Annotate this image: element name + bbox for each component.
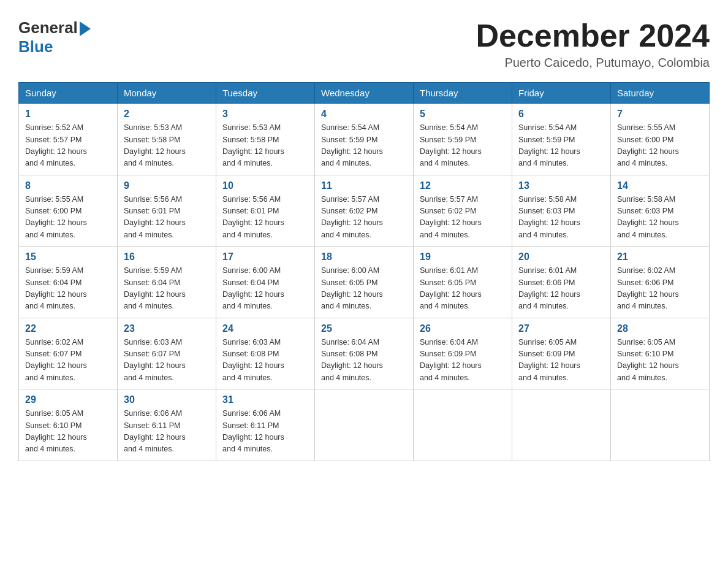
calendar-cell [315,389,414,461]
week-row-1: 1Sunrise: 5:52 AMSunset: 5:57 PMDaylight… [19,104,710,175]
day-number: 24 [222,323,308,334]
page-header: General Blue December 2024 Puerto Caiced… [18,18,710,70]
day-info: Sunrise: 6:01 AMSunset: 6:06 PMDaylight:… [518,265,604,313]
day-number: 9 [124,180,210,191]
day-number: 29 [25,394,111,405]
day-number: 17 [222,251,308,262]
day-number: 25 [321,323,407,334]
day-info: Sunrise: 5:52 AMSunset: 5:57 PMDaylight:… [25,122,111,170]
day-number: 12 [420,180,506,191]
day-info: Sunrise: 5:58 AMSunset: 6:03 PMDaylight:… [518,194,604,242]
day-number: 15 [25,251,111,262]
calendar-table: SundayMondayTuesdayWednesdayThursdayFrid… [18,82,710,461]
day-number: 5 [420,109,506,120]
day-number: 11 [321,180,407,191]
weekday-header-tuesday: Tuesday [216,83,315,104]
logo: General Blue [18,18,91,56]
day-number: 16 [124,251,210,262]
week-row-3: 15Sunrise: 5:59 AMSunset: 6:04 PMDayligh… [19,247,710,318]
calendar-cell: 13Sunrise: 5:58 AMSunset: 6:03 PMDayligh… [512,175,611,247]
calendar-cell: 18Sunrise: 6:00 AMSunset: 6:05 PMDayligh… [315,247,414,318]
calendar-cell: 30Sunrise: 6:06 AMSunset: 6:11 PMDayligh… [118,389,216,461]
calendar-cell: 8Sunrise: 5:55 AMSunset: 6:00 PMDaylight… [19,175,118,247]
weekday-header-row: SundayMondayTuesdayWednesdayThursdayFrid… [19,83,710,104]
day-info: Sunrise: 5:54 AMSunset: 5:59 PMDaylight:… [420,122,506,170]
calendar-cell: 11Sunrise: 5:57 AMSunset: 6:02 PMDayligh… [315,175,414,247]
day-number: 31 [222,394,308,405]
day-number: 8 [25,180,111,191]
day-info: Sunrise: 6:04 AMSunset: 6:09 PMDaylight:… [420,337,506,385]
day-info: Sunrise: 6:04 AMSunset: 6:08 PMDaylight:… [321,337,407,385]
day-info: Sunrise: 5:56 AMSunset: 6:01 PMDaylight:… [124,194,210,242]
calendar-cell: 24Sunrise: 6:03 AMSunset: 6:08 PMDayligh… [216,318,315,389]
calendar-cell: 21Sunrise: 6:02 AMSunset: 6:06 PMDayligh… [611,247,710,318]
day-number: 4 [321,109,407,120]
day-info: Sunrise: 6:03 AMSunset: 6:07 PMDaylight:… [124,337,210,385]
calendar-cell: 9Sunrise: 5:56 AMSunset: 6:01 PMDaylight… [118,175,216,247]
calendar-cell [414,389,512,461]
calendar-cell: 31Sunrise: 6:06 AMSunset: 6:11 PMDayligh… [216,389,315,461]
calendar-cell: 5Sunrise: 5:54 AMSunset: 5:59 PMDaylight… [414,104,512,175]
day-info: Sunrise: 6:01 AMSunset: 6:05 PMDaylight:… [420,265,506,313]
calendar-cell: 25Sunrise: 6:04 AMSunset: 6:08 PMDayligh… [315,318,414,389]
day-info: Sunrise: 5:55 AMSunset: 6:00 PMDaylight:… [617,122,703,170]
day-number: 3 [222,109,308,120]
day-number: 28 [617,323,703,334]
day-info: Sunrise: 6:02 AMSunset: 6:06 PMDaylight:… [617,265,703,313]
day-number: 27 [518,323,604,334]
calendar-cell: 20Sunrise: 6:01 AMSunset: 6:06 PMDayligh… [512,247,611,318]
calendar-cell: 27Sunrise: 6:05 AMSunset: 6:09 PMDayligh… [512,318,611,389]
day-info: Sunrise: 5:56 AMSunset: 6:01 PMDaylight:… [222,194,308,242]
calendar-cell: 3Sunrise: 5:53 AMSunset: 5:58 PMDaylight… [216,104,315,175]
day-info: Sunrise: 5:54 AMSunset: 5:59 PMDaylight:… [518,122,604,170]
day-number: 26 [420,323,506,334]
calendar-cell: 4Sunrise: 5:54 AMSunset: 5:59 PMDaylight… [315,104,414,175]
weekday-header-saturday: Saturday [611,83,710,104]
day-info: Sunrise: 5:54 AMSunset: 5:59 PMDaylight:… [321,122,407,170]
logo-general-text: General [18,18,78,37]
calendar-cell: 14Sunrise: 5:58 AMSunset: 6:03 PMDayligh… [611,175,710,247]
day-info: Sunrise: 5:57 AMSunset: 6:02 PMDaylight:… [321,194,407,242]
day-number: 23 [124,323,210,334]
day-info: Sunrise: 6:00 AMSunset: 6:04 PMDaylight:… [222,265,308,313]
day-number: 7 [617,109,703,120]
calendar-cell: 26Sunrise: 6:04 AMSunset: 6:09 PMDayligh… [414,318,512,389]
week-row-2: 8Sunrise: 5:55 AMSunset: 6:00 PMDaylight… [19,175,710,247]
day-info: Sunrise: 5:59 AMSunset: 6:04 PMDaylight:… [124,265,210,313]
day-info: Sunrise: 6:06 AMSunset: 6:11 PMDaylight:… [124,408,210,456]
day-number: 6 [518,109,604,120]
location-title: Puerto Caicedo, Putumayo, Colombia [476,56,710,70]
calendar-cell: 23Sunrise: 6:03 AMSunset: 6:07 PMDayligh… [118,318,216,389]
day-number: 18 [321,251,407,262]
calendar-cell: 29Sunrise: 6:05 AMSunset: 6:10 PMDayligh… [19,389,118,461]
day-number: 13 [518,180,604,191]
week-row-4: 22Sunrise: 6:02 AMSunset: 6:07 PMDayligh… [19,318,710,389]
day-number: 10 [222,180,308,191]
day-number: 20 [518,251,604,262]
calendar-cell: 22Sunrise: 6:02 AMSunset: 6:07 PMDayligh… [19,318,118,389]
day-info: Sunrise: 6:06 AMSunset: 6:11 PMDaylight:… [222,408,308,456]
month-title: December 2024 [476,18,710,53]
weekday-header-sunday: Sunday [19,83,118,104]
calendar-cell: 15Sunrise: 5:59 AMSunset: 6:04 PMDayligh… [19,247,118,318]
logo-arrow-icon [80,21,91,36]
calendar-cell: 17Sunrise: 6:00 AMSunset: 6:04 PMDayligh… [216,247,315,318]
day-number: 22 [25,323,111,334]
calendar-cell: 10Sunrise: 5:56 AMSunset: 6:01 PMDayligh… [216,175,315,247]
day-number: 19 [420,251,506,262]
day-info: Sunrise: 5:53 AMSunset: 5:58 PMDaylight:… [222,122,308,170]
day-info: Sunrise: 5:53 AMSunset: 5:58 PMDaylight:… [124,122,210,170]
weekday-header-wednesday: Wednesday [315,83,414,104]
day-info: Sunrise: 6:00 AMSunset: 6:05 PMDaylight:… [321,265,407,313]
day-info: Sunrise: 6:05 AMSunset: 6:10 PMDaylight:… [617,337,703,385]
calendar-cell: 28Sunrise: 6:05 AMSunset: 6:10 PMDayligh… [611,318,710,389]
day-number: 14 [617,180,703,191]
calendar-cell: 19Sunrise: 6:01 AMSunset: 6:05 PMDayligh… [414,247,512,318]
day-number: 21 [617,251,703,262]
calendar-cell: 12Sunrise: 5:57 AMSunset: 6:02 PMDayligh… [414,175,512,247]
day-info: Sunrise: 5:57 AMSunset: 6:02 PMDaylight:… [420,194,506,242]
calendar-cell [512,389,611,461]
calendar-cell: 16Sunrise: 5:59 AMSunset: 6:04 PMDayligh… [118,247,216,318]
logo-blue-text: Blue [18,37,53,56]
day-info: Sunrise: 5:59 AMSunset: 6:04 PMDaylight:… [25,265,111,313]
